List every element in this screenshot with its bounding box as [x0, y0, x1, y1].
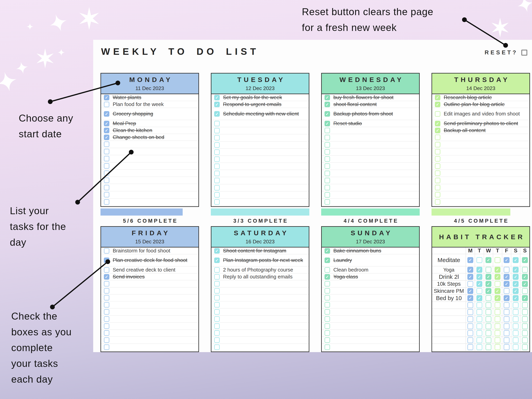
empty-checkbox[interactable]	[214, 316, 220, 322]
empty-checkbox[interactable]	[324, 288, 330, 294]
empty-checkbox[interactable]	[324, 149, 330, 155]
empty-checkbox[interactable]	[476, 257, 482, 263]
empty-checkbox[interactable]	[324, 128, 330, 133]
checked-checkbox[interactable]: ✓	[324, 274, 330, 280]
empty-checkbox[interactable]	[324, 295, 330, 300]
empty-checkbox[interactable]	[214, 337, 220, 343]
empty-checkbox[interactable]	[504, 344, 510, 350]
empty-checkbox[interactable]	[214, 121, 220, 126]
empty-checkbox[interactable]	[435, 199, 440, 205]
empty-checkbox[interactable]	[494, 344, 500, 350]
empty-checkbox[interactable]	[504, 330, 510, 336]
empty-checkbox[interactable]	[324, 302, 330, 308]
empty-checkbox[interactable]	[104, 323, 109, 329]
empty-checkbox[interactable]	[513, 309, 519, 315]
empty-checkbox[interactable]	[504, 323, 510, 329]
empty-checkbox[interactable]	[486, 344, 491, 350]
empty-checkbox[interactable]	[324, 142, 330, 148]
checked-checkbox[interactable]: ✓	[104, 95, 109, 100]
empty-checkbox[interactable]	[324, 330, 330, 336]
checked-checkbox[interactable]: ✓	[494, 274, 500, 280]
empty-checkbox[interactable]	[214, 164, 220, 169]
checked-checkbox[interactable]: ✓	[494, 288, 500, 294]
empty-checkbox[interactable]	[522, 323, 528, 329]
empty-checkbox[interactable]	[214, 156, 220, 162]
empty-checkbox[interactable]	[324, 309, 330, 315]
empty-checkbox[interactable]	[504, 302, 510, 308]
checked-checkbox[interactable]: ✓	[467, 257, 473, 263]
empty-checkbox[interactable]	[467, 344, 473, 350]
empty-checkbox[interactable]	[435, 156, 440, 162]
empty-checkbox[interactable]	[494, 309, 500, 315]
empty-checkbox[interactable]	[324, 267, 330, 273]
empty-checkbox[interactable]	[522, 288, 528, 294]
empty-checkbox[interactable]	[435, 178, 440, 183]
checked-checkbox[interactable]: ✓	[513, 274, 519, 280]
empty-checkbox[interactable]	[104, 185, 109, 190]
checked-checkbox[interactable]: ✓	[104, 135, 109, 140]
checked-checkbox[interactable]: ✓	[214, 95, 220, 100]
empty-checkbox[interactable]	[476, 316, 482, 322]
checked-checkbox[interactable]: ✓	[104, 274, 109, 280]
empty-checkbox[interactable]	[504, 337, 510, 343]
checked-checkbox[interactable]: ✓	[104, 258, 109, 263]
empty-checkbox[interactable]	[522, 267, 528, 273]
empty-checkbox[interactable]	[104, 267, 109, 273]
empty-checkbox[interactable]	[435, 142, 440, 147]
empty-checkbox[interactable]	[522, 316, 528, 322]
empty-checkbox[interactable]	[494, 337, 500, 343]
empty-checkbox[interactable]	[104, 156, 109, 161]
empty-checkbox[interactable]	[522, 302, 528, 308]
empty-checkbox[interactable]	[324, 178, 330, 183]
empty-checkbox[interactable]	[486, 309, 491, 315]
empty-checkbox[interactable]	[214, 344, 220, 350]
empty-checkbox[interactable]	[324, 171, 330, 176]
checked-checkbox[interactable]: ✓	[494, 295, 500, 301]
empty-checkbox[interactable]	[513, 302, 519, 308]
checked-checkbox[interactable]: ✓	[522, 257, 528, 263]
empty-checkbox[interactable]	[494, 302, 500, 308]
empty-checkbox[interactable]	[214, 149, 220, 155]
checked-checkbox[interactable]: ✓	[476, 281, 482, 287]
empty-checkbox[interactable]	[214, 142, 220, 148]
empty-checkbox[interactable]	[214, 302, 220, 308]
empty-checkbox[interactable]	[324, 163, 330, 169]
empty-checkbox[interactable]	[476, 344, 482, 350]
empty-checkbox[interactable]	[104, 281, 109, 286]
checked-checkbox[interactable]: ✓	[522, 281, 528, 287]
empty-checkbox[interactable]	[435, 192, 440, 197]
empty-checkbox[interactable]	[513, 316, 519, 322]
checked-checkbox[interactable]: ✓	[504, 281, 510, 287]
empty-checkbox[interactable]	[214, 267, 220, 273]
empty-checkbox[interactable]	[486, 337, 491, 343]
empty-checkbox[interactable]	[214, 295, 220, 300]
empty-checkbox[interactable]	[522, 337, 528, 343]
checked-checkbox[interactable]: ✓	[504, 274, 510, 280]
empty-checkbox[interactable]	[504, 267, 510, 273]
checked-checkbox[interactable]: ✓	[486, 257, 491, 263]
checked-checkbox[interactable]: ✓	[476, 274, 482, 280]
empty-checkbox[interactable]	[324, 192, 330, 198]
empty-checkbox[interactable]	[513, 344, 519, 350]
empty-checkbox[interactable]	[467, 309, 473, 315]
empty-checkbox[interactable]	[522, 309, 528, 315]
empty-checkbox[interactable]	[214, 323, 220, 329]
checked-checkbox[interactable]: ✓	[435, 121, 440, 126]
checked-checkbox[interactable]: ✓	[324, 95, 330, 100]
empty-checkbox[interactable]	[104, 288, 109, 294]
checked-checkbox[interactable]: ✓	[214, 102, 220, 107]
empty-checkbox[interactable]	[214, 274, 220, 280]
empty-checkbox[interactable]	[104, 149, 109, 154]
checked-checkbox[interactable]: ✓	[522, 274, 528, 280]
checked-checkbox[interactable]: ✓	[435, 95, 440, 100]
empty-checkbox[interactable]	[486, 267, 491, 273]
checked-checkbox[interactable]: ✓	[324, 258, 330, 263]
empty-checkbox[interactable]	[467, 281, 473, 287]
empty-checkbox[interactable]	[324, 323, 330, 329]
empty-checkbox[interactable]	[435, 185, 440, 190]
empty-checkbox[interactable]	[324, 199, 330, 205]
empty-checkbox[interactable]	[214, 288, 220, 294]
empty-checkbox[interactable]	[504, 288, 510, 294]
empty-checkbox[interactable]	[214, 199, 220, 205]
checked-checkbox[interactable]: ✓	[324, 111, 330, 117]
